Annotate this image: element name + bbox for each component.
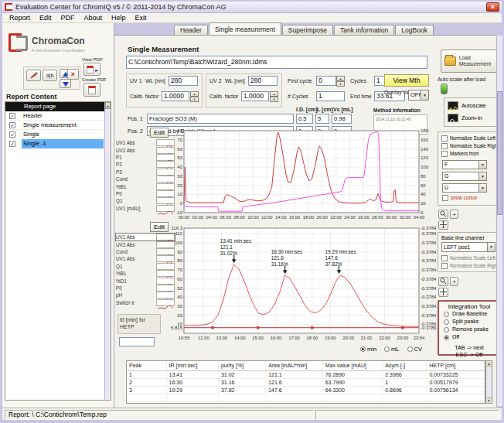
view-mth-button[interactable]: View Mth: [384, 74, 429, 87]
radio-icon[interactable]: [407, 346, 413, 352]
measurement-path-field[interactable]: C:\Contichrom\Temp\BatchWizard_280nm.tdm…: [126, 56, 427, 69]
baseline-normalize-right-checkbox[interactable]: [441, 263, 448, 269]
markers-from-checkbox[interactable]: [441, 151, 448, 157]
move-down-button[interactable]: [60, 79, 71, 88]
report-list-header: Report page: [5, 102, 111, 111]
scroll-down-icon[interactable]: ▼: [486, 397, 492, 403]
normalize-left-checkbox[interactable]: [441, 135, 448, 142]
zoom-tool-icon[interactable]: [438, 277, 448, 286]
baseline-channel-dropdown[interactable]: LEFT pos1 ▼: [441, 242, 495, 252]
radio-icon[interactable]: [384, 346, 390, 352]
menu-pdf[interactable]: PDF: [56, 14, 80, 22]
report-row-header[interactable]: ✓Header: [5, 111, 111, 121]
radio-icon[interactable]: [444, 327, 449, 333]
chevron-down-icon[interactable]: ▼: [421, 90, 428, 100]
num-cycles-input[interactable]: 1: [316, 91, 345, 101]
uv1-calib-input[interactable]: 1.0000: [162, 91, 189, 101]
first-cycle-spinner[interactable]: ▲▼: [336, 76, 345, 86]
zoom-plus-icon[interactable]: +: [450, 277, 458, 286]
uv2-wl-input[interactable]: 280: [248, 76, 278, 86]
pos1-column-input[interactable]: Fractogel SO3 (M): [147, 114, 294, 124]
radio-icon[interactable]: [360, 346, 366, 352]
integration-option-off[interactable]: Off: [439, 334, 499, 341]
unit-radio-cv[interactable]: CV: [407, 346, 422, 353]
radio-icon[interactable]: [444, 312, 449, 317]
svg-text:23:54: 23:54: [414, 336, 425, 340]
delete-page-button[interactable]: ×: [67, 69, 79, 80]
report-row-single[interactable]: ✓Single: [5, 130, 111, 139]
row-checkbox[interactable]: ✓: [9, 113, 15, 119]
uv1-wl-input[interactable]: 280: [169, 76, 198, 86]
edit-report-button[interactable]: [26, 70, 41, 81]
tab-logbook[interactable]: LogBook: [395, 25, 434, 35]
close-button[interactable]: ×: [486, 2, 499, 12]
main-scrollbar[interactable]: [496, 36, 502, 406]
baseline-normalize-left-checkbox[interactable]: [441, 255, 448, 261]
overlay-view-dropdown[interactable]: OFF ▼: [408, 90, 429, 101]
menu-edit[interactable]: Edit: [35, 14, 56, 22]
load-measurement-button[interactable]: Load Measurement: [441, 49, 498, 73]
pan-tool-icon[interactable]: [438, 220, 448, 230]
svg-text:31.16%: 31.16%: [271, 261, 288, 267]
autoscale-after-load-toggle[interactable]: [441, 84, 448, 94]
create-pdf-button[interactable]: [83, 83, 100, 97]
tab-tank-information[interactable]: Tank information: [334, 25, 394, 35]
peak-table[interactable]: PeaktR [min:sec]purity [%]Area [mAU*min]…: [127, 361, 485, 402]
table-row[interactable]: 113:4131.02121.176.28902.39660.00733225: [127, 370, 485, 378]
menu-about[interactable]: About: [80, 14, 107, 22]
title-bar[interactable]: Evaluation Center for ChromIQ v5 / © 201…: [2, 2, 502, 13]
pos1-vc-input[interactable]: 0.98: [332, 114, 352, 124]
scroll-up-icon[interactable]: ▲: [486, 361, 492, 367]
scroll-up-icon[interactable]: ▲: [105, 102, 111, 109]
first-cycle-input[interactable]: 0: [316, 76, 336, 86]
tab-superimpose[interactable]: Superimpose: [282, 25, 333, 35]
chevron-down-icon[interactable]: ▼: [478, 184, 486, 192]
integration-option-split-peaks[interactable]: Split peaks: [439, 319, 499, 326]
report-row-single--1[interactable]: ✓Single -1: [5, 139, 111, 148]
menu-help[interactable]: Help: [107, 14, 131, 22]
report-list-scrollbar[interactable]: ▲: [104, 102, 111, 400]
show-cursor-checkbox[interactable]: [442, 195, 448, 201]
radio-icon[interactable]: [444, 335, 449, 340]
row-checkbox[interactable]: ✓: [9, 141, 15, 147]
autoscale-icon[interactable]: [448, 101, 458, 110]
tab-single-measurement[interactable]: Single measurement: [209, 22, 281, 35]
unit-radio-ml[interactable]: mL: [384, 346, 399, 353]
t0-hetp-input[interactable]: [119, 337, 155, 346]
report-row-single-measurement[interactable]: ✓Single measurement: [5, 121, 111, 130]
cycle-chart[interactable]: 116.3-0.3784110-0.3784100-0.378490-0.378…: [165, 224, 441, 343]
row-checkbox[interactable]: ✓: [9, 122, 15, 128]
pos1-l-input[interactable]: 5: [315, 114, 329, 124]
normalize-right-checkbox[interactable]: [441, 143, 448, 149]
menu-report[interactable]: Report: [5, 14, 35, 22]
integration-option-draw-baseline[interactable]: Draw Baseline: [439, 311, 499, 318]
uv1-calib-spinner[interactable]: ▲▼: [190, 91, 199, 101]
marker-dropdown-f[interactable]: F▼: [442, 160, 487, 169]
chevron-down-icon[interactable]: ▼: [478, 161, 486, 169]
peak-table-scrollbar[interactable]: ▲ ▼: [485, 360, 492, 404]
pan-tool-icon[interactable]: [438, 288, 448, 297]
table-row[interactable]: 319:2937.82147.664.33000.86960.00756134: [127, 386, 485, 394]
integration-option-remove-peaks[interactable]: Remove peaks: [439, 326, 499, 333]
zoom-plus-icon[interactable]: +: [450, 210, 458, 219]
chevron-down-icon[interactable]: ▼: [487, 243, 495, 251]
table-row[interactable]: 216:3031.16121.663.799010.00517979: [127, 378, 485, 386]
pos1-id-input[interactable]: 0.5: [296, 114, 313, 124]
marker-dropdown-g[interactable]: G▼: [442, 172, 487, 181]
zoom-tool-icon[interactable]: [438, 210, 448, 219]
view-pdf-button[interactable]: ►: [83, 63, 100, 76]
main-scrollbar-thumb[interactable]: [497, 91, 502, 215]
marker-dropdown-u[interactable]: U▼: [442, 183, 487, 193]
unit-radio-min[interactable]: min: [360, 346, 376, 353]
sort-ab-button[interactable]: a|b: [43, 70, 57, 81]
tab-header[interactable]: Header: [174, 25, 208, 35]
zoom-in-icon[interactable]: [448, 114, 458, 122]
menu-exit[interactable]: Exit: [131, 14, 152, 22]
row-checkbox[interactable]: ✓: [9, 131, 15, 138]
overview-chart[interactable]: 8018070160601405012040100308020601040020…: [165, 127, 441, 223]
report-content-list[interactable]: Report page ✓Header✓Single measurement✓S…: [5, 101, 111, 401]
chevron-down-icon[interactable]: ▼: [478, 172, 486, 180]
uv2-calib-input[interactable]: 1.0000: [241, 91, 269, 101]
uv2-calib-spinner[interactable]: ▲▼: [270, 91, 278, 101]
radio-icon[interactable]: [444, 319, 449, 325]
